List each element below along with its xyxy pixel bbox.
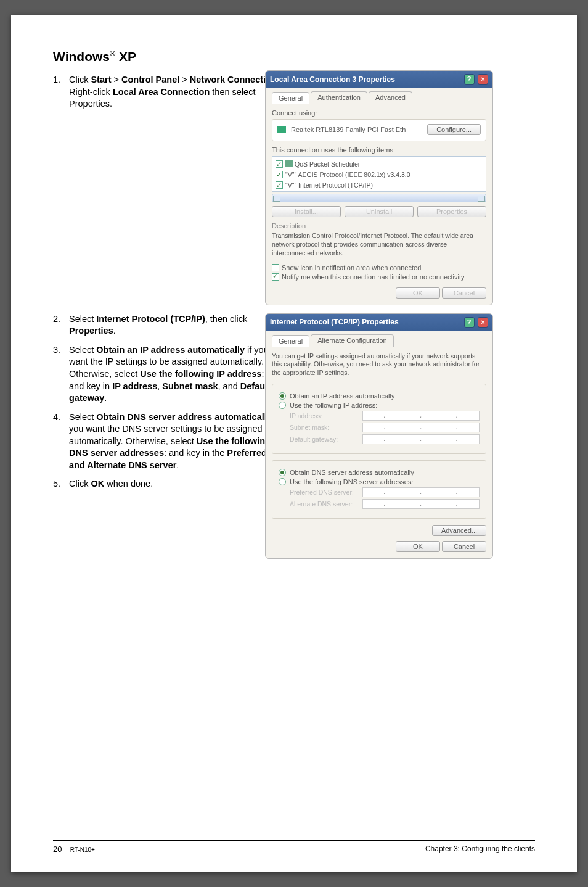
tabs: General Alternate Configuration [272, 334, 486, 347]
use-ip-label: Use the following IP address: [290, 402, 377, 409]
obtain-ip-label: Obtain an IP address automatically [290, 392, 394, 400]
step-item: 4.Select Obtain DNS server address autom… [53, 411, 281, 472]
dns-group: Obtain DNS server address automatically … [272, 460, 486, 519]
alt-dns-field[interactable]: ... [362, 499, 480, 509]
radio-icon[interactable] [279, 402, 286, 409]
alt-dns-label: Alternate DNS server: [290, 500, 362, 508]
tabs: General Authentication Advanced [272, 91, 486, 104]
cancel-button[interactable]: Cancel [442, 541, 486, 552]
connect-using-label: Connect using: [272, 109, 486, 117]
step-text: Select Obtain an IP address automaticall… [69, 344, 281, 405]
step-item: 3.Select Obtain an IP address automatica… [53, 344, 281, 405]
step-number: 1. [53, 74, 69, 110]
dialog-title: Internet Protocol (TCP/IP) Properties [270, 318, 399, 326]
step-number: 5. [53, 478, 69, 490]
step-text: Select Obtain DNS server address automat… [69, 411, 281, 472]
tab-adv[interactable]: Advanced [369, 91, 412, 104]
step-item: 2.Select Internet Protocol (TCP/IP), the… [53, 313, 281, 337]
step-number: 2. [53, 313, 69, 337]
step-item: 5.Click OK when done. [53, 478, 281, 490]
model-name: RT-N10+ [70, 845, 95, 853]
obtain-dns-label: Obtain DNS server address automatically [290, 469, 414, 476]
pref-dns-label: Preferred DNS server: [290, 489, 362, 496]
close-icon[interactable]: × [478, 74, 488, 85]
step-item: 1.Click Start > Control Panel > Network … [53, 74, 281, 110]
step-text: Select Internet Protocol (TCP/IP), then … [69, 313, 281, 337]
tab-general[interactable]: General [272, 335, 309, 347]
ip-group: Obtain an IP address automatically Use t… [272, 384, 486, 454]
tab-auth[interactable]: Authentication [311, 91, 367, 104]
tab-altconfig[interactable]: Alternate Configuration [311, 334, 394, 347]
gateway-field[interactable]: ... [362, 434, 480, 444]
close-icon[interactable]: × [478, 317, 488, 328]
ok-button[interactable]: OK [396, 541, 440, 552]
help-icon[interactable]: ? [464, 317, 475, 328]
dialog-titlebar[interactable]: Internet Protocol (TCP/IP) Properties ? … [266, 314, 492, 331]
radio-icon[interactable] [279, 469, 286, 476]
radio-icon[interactable] [279, 392, 286, 400]
page-number: 20 [53, 844, 62, 854]
ip-address-field[interactable]: ... [362, 411, 480, 421]
section-heading: Windows® XP [53, 49, 535, 64]
subnet-label: Subnet mask: [290, 424, 362, 431]
dialog-titlebar[interactable]: Local Area Connection 3 Properties ? × [266, 71, 492, 88]
gateway-label: Default gateway: [290, 435, 362, 443]
step-text: Click OK when done. [69, 478, 281, 490]
step-number: 3. [53, 344, 69, 405]
use-dns-label: Use the following DNS server addresses: [290, 478, 414, 485]
radio-icon[interactable] [279, 478, 286, 485]
step-number: 4. [53, 411, 69, 472]
subnet-field[interactable]: ... [362, 423, 480, 432]
pref-dns-field[interactable]: ... [362, 487, 480, 497]
chapter-label: Chapter 3: Configuring the clients [425, 844, 535, 854]
ip-address-label: IP address: [290, 412, 362, 419]
help-icon[interactable]: ? [464, 74, 475, 85]
tab-general[interactable]: General [272, 92, 309, 104]
intro-text: You can get IP settings assigned automat… [272, 352, 486, 377]
tcpip-properties-dialog: Internet Protocol (TCP/IP) Properties ? … [265, 313, 493, 559]
dialog-title: Local Area Connection 3 Properties [270, 75, 395, 84]
advanced-button[interactable]: Advanced... [432, 525, 486, 536]
page-footer: 20 RT-N10+ Chapter 3: Configuring the cl… [53, 840, 535, 854]
step-text: Click Start > Control Panel > Network Co… [69, 74, 281, 110]
